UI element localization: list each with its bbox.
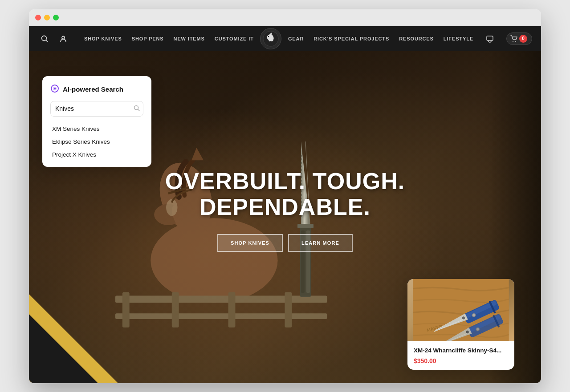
search-button[interactable]	[38, 32, 51, 45]
maximize-dot[interactable]	[53, 15, 59, 20]
cart-button[interactable]: 0	[506, 32, 532, 45]
search-input-wrap[interactable]	[50, 101, 143, 117]
product-price: $350.00	[414, 357, 508, 364]
browser-dots	[35, 15, 59, 20]
nav-shop-pens[interactable]: SHOP PENS	[132, 36, 164, 41]
nav-ricks-special[interactable]: RICK'S SPECIAL PROJECTS	[314, 36, 389, 41]
svg-point-0	[42, 36, 47, 40]
nav-links-left: SHOP KNIVES SHOP PENS NEW ITEMS CUSTOMIZ…	[84, 36, 254, 41]
svg-rect-5	[487, 36, 493, 40]
suggestion-project-x[interactable]: Project X Knives	[50, 149, 143, 161]
product-image: MAKER KNIVES	[407, 279, 514, 341]
user-button[interactable]	[57, 32, 70, 45]
product-name: XM-24 Wharncliffe Skinny-S4...	[414, 347, 508, 355]
svg-point-26	[54, 88, 56, 89]
svg-line-28	[138, 109, 140, 111]
notification-button[interactable]	[483, 32, 497, 45]
browser-titlebar	[29, 9, 541, 26]
hero-buttons: SHOP KNIVES LEARN MORE	[217, 234, 353, 252]
navbar-center	[254, 28, 288, 49]
learn-more-button[interactable]: LEARN MORE	[288, 234, 353, 252]
logo[interactable]	[260, 28, 281, 49]
search-input[interactable]	[55, 105, 133, 112]
navbar-right: GEAR RICK'S SPECIAL PROJECTS RESOURCES L…	[288, 32, 532, 45]
shop-knives-button[interactable]: SHOP KNIVES	[217, 234, 283, 252]
svg-point-2	[62, 36, 65, 39]
suggestion-xm-series[interactable]: XM Series Knives	[50, 123, 143, 135]
svg-point-4	[268, 36, 269, 36]
website: SHOP KNIVES SHOP PENS NEW ITEMS CUSTOMIZ…	[29, 26, 541, 383]
svg-point-6	[513, 41, 513, 42]
hero-section: OVERBUILT. TOUGH. DEPENDABLE. SHOP KNIVE…	[29, 51, 541, 383]
hero-headline: OVERBUILT. TOUGH. DEPENDABLE.	[165, 169, 405, 219]
product-card[interactable]: MAKER KNIVES	[407, 279, 514, 370]
cart-badge: 0	[519, 35, 527, 43]
nav-lifestyle[interactable]: LIFESTYLE	[444, 36, 473, 41]
minimize-dot[interactable]	[44, 15, 50, 20]
nav-customize-it[interactable]: CUSTOMIZE IT	[215, 36, 254, 41]
navbar-left: SHOP KNIVES SHOP PENS NEW ITEMS CUSTOMIZ…	[38, 32, 254, 45]
nav-resources[interactable]: RESOURCES	[399, 36, 434, 41]
search-popup-title: AI-powered Search	[63, 85, 123, 93]
close-dot[interactable]	[35, 15, 41, 20]
nav-gear[interactable]: GEAR	[288, 36, 304, 41]
ai-search-icon	[50, 84, 59, 95]
search-popup: AI-powered Search XM Series Knives Eklip…	[42, 76, 151, 167]
browser-window: SHOP KNIVES SHOP PENS NEW ITEMS CUSTOMIZ…	[29, 9, 541, 383]
navbar: SHOP KNIVES SHOP PENS NEW ITEMS CUSTOMIZ…	[29, 26, 541, 51]
product-info: XM-24 Wharncliffe Skinny-S4... $350.00	[407, 341, 514, 370]
svg-line-1	[46, 40, 48, 42]
nav-new-items[interactable]: NEW ITEMS	[174, 36, 205, 41]
suggestion-eklipse-series[interactable]: Eklipse Series Knives	[50, 136, 143, 148]
search-suggestions: XM Series Knives Eklipse Series Knives P…	[50, 123, 143, 161]
search-submit-icon[interactable]	[133, 105, 140, 113]
search-popup-header: AI-powered Search	[50, 84, 143, 95]
nav-shop-knives[interactable]: SHOP KNIVES	[84, 36, 122, 41]
svg-point-7	[515, 41, 516, 42]
